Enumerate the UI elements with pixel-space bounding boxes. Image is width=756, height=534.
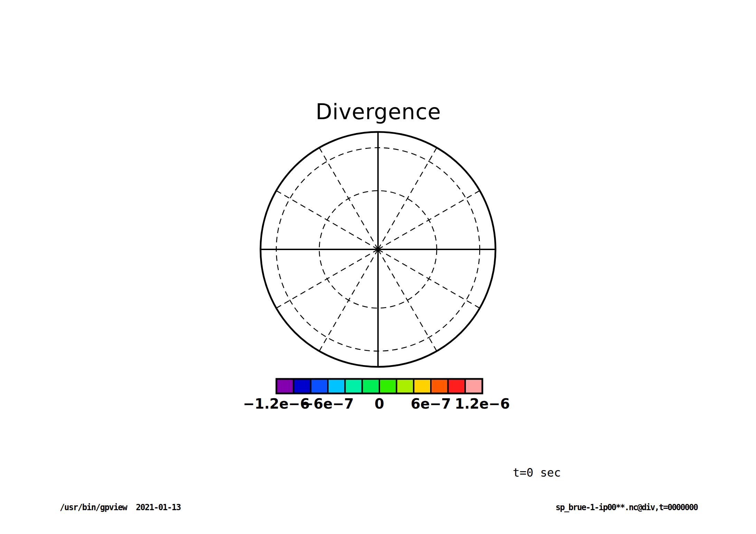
colorbar-cell <box>465 379 482 393</box>
meridian-line-dashed <box>276 191 378 249</box>
colorbar-cell <box>448 379 465 393</box>
colorbar-cell <box>276 379 294 393</box>
polar-plot-canvas <box>0 0 756 534</box>
colorbar-tick-label: −6e−7 <box>302 396 354 412</box>
plot-title: Divergence <box>315 99 441 124</box>
colorbar-tick-label: 1.2e−6 <box>455 396 510 412</box>
footer-filename: sp_brue-1-ip00**.nc@div,t=0000000 <box>556 503 698 512</box>
colorbar-tick-label: 6e−7 <box>411 396 451 412</box>
colorbar-cell <box>345 379 362 393</box>
gpview-plot-window: { "window": { "width": 2188, "height": 1… <box>0 0 756 534</box>
colorbar-cell <box>431 379 448 393</box>
footer-command-date: /usr/bin/gpview 2021-01-13 <box>60 503 181 512</box>
colorbar-cell <box>294 379 311 393</box>
time-annotation: t=0 sec <box>513 466 561 479</box>
colorbar <box>276 379 482 393</box>
colorbar-tick-label: 0 <box>375 396 384 412</box>
meridian-line-dashed <box>276 249 378 308</box>
colorbar-cell <box>311 379 328 393</box>
colorbar-tick-label: −1.2e−6 <box>243 396 310 412</box>
polar-grid <box>261 132 495 367</box>
meridian-line-dashed <box>378 249 437 351</box>
meridian-line-dashed <box>378 148 437 249</box>
meridian-line-dashed <box>319 148 378 249</box>
meridian-line-dashed <box>378 191 480 249</box>
colorbar-cell <box>362 379 379 393</box>
colorbar-cell <box>328 379 345 393</box>
meridian-line-dashed <box>378 249 480 308</box>
colorbar-cell <box>397 379 414 393</box>
colorbar-cell <box>414 379 431 393</box>
colorbar-cell <box>379 379 397 393</box>
meridian-line-dashed <box>319 249 378 351</box>
